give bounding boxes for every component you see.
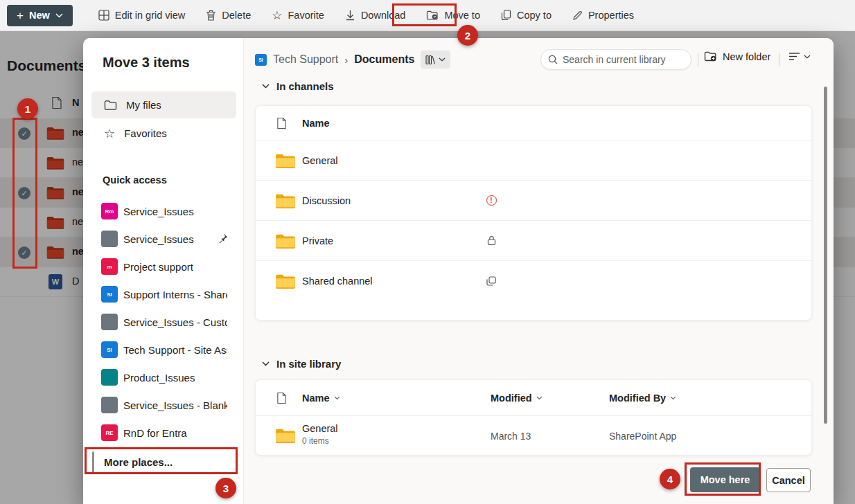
quick-access-label: Project support (123, 261, 193, 273)
view-options-icon (788, 52, 800, 61)
items-count: 0 items (302, 436, 338, 446)
column-label: Name (302, 393, 330, 404)
search-icon (548, 55, 558, 64)
star-icon: ☆ (104, 127, 115, 140)
channel-name: General (302, 155, 338, 166)
dialog-main: SI Tech Support › Documents (244, 38, 834, 504)
new-button[interactable]: + New (7, 5, 73, 26)
site-tile (101, 369, 118, 386)
delete-button[interactable]: Delete (195, 10, 261, 21)
folder-add-icon (704, 51, 717, 62)
dialog-title: Move 3 items (103, 55, 190, 71)
cancel-button[interactable]: Cancel (766, 468, 811, 492)
channel-row[interactable]: Shared channel (256, 261, 811, 301)
error-icon: ! (484, 195, 498, 206)
sidebar-item-label: Favorites (124, 127, 167, 139)
name-column-header[interactable]: Name (302, 393, 340, 404)
column-label: Modified By (609, 393, 666, 404)
site-tile: RE (101, 424, 118, 441)
site-tile (101, 314, 118, 330)
library-icon (425, 55, 436, 65)
sort-chevron-icon (334, 396, 340, 400)
quick-access-item[interactable]: Product_Issues (83, 363, 244, 391)
quick-access-label: Service_Issues (123, 233, 194, 245)
pin-icon (217, 233, 229, 244)
search-input[interactable] (563, 54, 673, 65)
name-column-header[interactable]: Name (302, 118, 330, 129)
screen: + New Edit in grid view Delete ☆ Favorit… (0, 0, 855, 504)
edit-in-grid-view-button[interactable]: Edit in grid view (88, 10, 196, 21)
folder-icon (275, 192, 296, 209)
quick-access-item[interactable]: Service_Issues (83, 225, 244, 253)
toolbar-item-label: Properties (588, 10, 634, 21)
dialog-scrollbar-thumb[interactable] (824, 87, 827, 424)
copy-to-button[interactable]: Copy to (491, 10, 562, 21)
shared-channel-icon (484, 276, 498, 286)
new-folder-label: New folder (723, 51, 770, 62)
modified-column-header[interactable]: Modified (491, 393, 543, 404)
channel-row[interactable]: Discussion ! (256, 181, 811, 221)
channel-row[interactable]: General (256, 141, 811, 181)
modified-by-column-header[interactable]: Modified By (609, 393, 676, 404)
folder-icon (275, 233, 296, 249)
quick-access-item[interactable]: SI Tech Support - Site Asse... (83, 336, 244, 363)
folder-icon (275, 152, 296, 169)
copy-icon (501, 10, 511, 21)
breadcrumb-site[interactable]: Tech Support (273, 53, 338, 66)
sort-chevron-icon (536, 396, 543, 400)
breadcrumb: SI Tech Support › Documents (255, 51, 450, 69)
annotation-badge-3: 3 (215, 478, 236, 498)
view-options-button[interactable] (788, 52, 811, 61)
in-channels-section-header[interactable]: In channels (262, 80, 334, 92)
folder-name-cell: General 0 items (302, 423, 338, 446)
divider (698, 53, 698, 66)
quick-access-label: Service_Issues (123, 206, 194, 217)
sidebar-item-favorites[interactable]: ☆ Favorites (91, 120, 236, 147)
quick-access-item[interactable]: m Project support (83, 253, 244, 280)
section-title: In channels (276, 80, 334, 92)
quick-access-item[interactable]: Service_Issues - Custom... (83, 308, 244, 336)
folder-icon (275, 427, 296, 444)
quick-access-label: Service_Issues - Blank-D... (123, 399, 227, 411)
sidebar-item-my-files[interactable]: My files (91, 91, 236, 118)
annotation-box-move-here (685, 462, 761, 496)
quick-access-item[interactable]: Rm Service_Issues (83, 197, 244, 225)
quick-access-item[interactable]: SI Support Interns - Share... (83, 280, 244, 308)
properties-button[interactable]: Properties (562, 10, 644, 21)
file-type-icon (276, 117, 287, 129)
library-folder-row[interactable]: General 0 items March 13 SharePoint App (256, 416, 811, 456)
channel-row[interactable]: Private (256, 221, 811, 261)
pencil-icon (572, 10, 583, 21)
sort-chevron-icon (670, 396, 676, 400)
site-tile: SI (101, 286, 118, 303)
modified-by-cell: SharePoint App (609, 431, 676, 442)
section-title: In site library (276, 358, 341, 370)
quick-access-item[interactable]: RE RnD for Entra (83, 419, 244, 447)
plus-icon: + (17, 10, 24, 21)
site-tile: SI (255, 54, 267, 66)
favorite-button[interactable]: ☆ Favorite (261, 10, 335, 21)
site-tile: SI (101, 341, 118, 358)
new-folder-button[interactable]: New folder (704, 51, 770, 62)
library-selector-button[interactable] (421, 51, 450, 69)
chevron-down-icon (262, 361, 270, 366)
quick-access-item[interactable]: Service_Issues - Blank-D... (83, 391, 244, 419)
breadcrumb-current: Documents (354, 53, 414, 66)
in-site-library-section-header[interactable]: In site library (262, 358, 341, 370)
quick-access-label: Service_Issues - Custom... (123, 316, 227, 328)
search-box[interactable] (540, 49, 691, 70)
chevron-down-icon (804, 55, 811, 59)
trash-icon (206, 10, 216, 21)
star-icon: ☆ (272, 10, 282, 21)
new-button-label: New (29, 10, 50, 21)
channels-table-header: Name (256, 106, 811, 141)
download-icon (345, 10, 355, 21)
file-type-icon (276, 392, 287, 404)
lock-icon (484, 235, 498, 246)
channel-name: Private (302, 235, 333, 246)
move-items-dialog: Move 3 items My files ☆ Favorites Quick … (83, 38, 834, 504)
toolbar-item-label: Edit in grid view (115, 10, 186, 21)
toolbar-item-label: Favorite (288, 10, 324, 21)
annotation-badge-1: 1 (17, 98, 38, 119)
channel-name: Shared channel (302, 276, 373, 287)
